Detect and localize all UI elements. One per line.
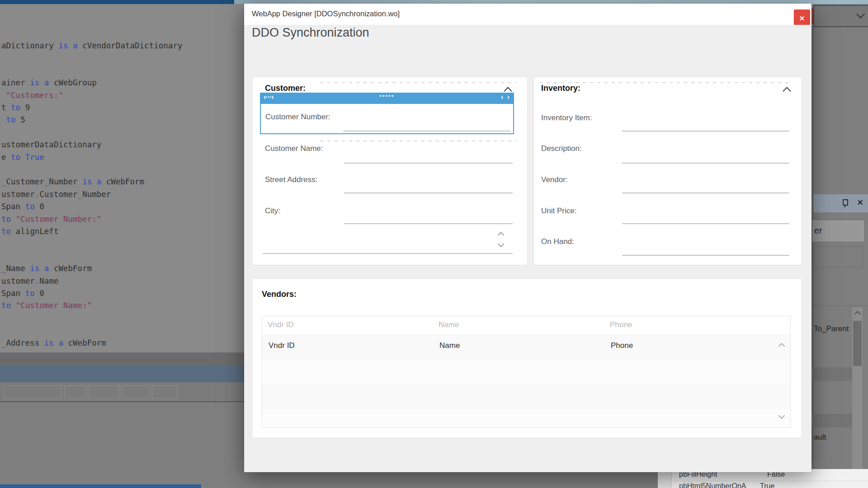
code-line: t to 9 — [1, 102, 30, 114]
code-line: "Customers:" — [1, 89, 63, 102]
property-name[interactable]: pbHtml5NumberOnA — [679, 482, 746, 488]
customer-panel-header: Customer: — [265, 84, 306, 93]
field-label: Description: — [541, 144, 582, 153]
scrollbar-thumb[interactable] — [853, 321, 862, 366]
background-input-field-empty[interactable] — [812, 246, 863, 267]
code-line: aDictionary is a cVendorDataDictionary — [1, 40, 182, 52]
design-grid-dots — [320, 82, 517, 83]
selected-form-element[interactable]: ‹···› ••••• ‹ › Customer Number: — [260, 93, 514, 134]
field-label: Customer Number: — [265, 113, 330, 122]
code-line: ustomer.Customer_Number — [1, 188, 111, 201]
property-grid-top-border — [812, 305, 868, 306]
code-line: ainer is a cWebGroup — [1, 77, 97, 89]
description-input[interactable] — [622, 163, 789, 164]
grid-cell: Name — [439, 341, 460, 350]
code-line: ustomerDataDictionary — [1, 139, 101, 151]
unit-price-input[interactable] — [622, 223, 789, 224]
code-line: _Name is a cWebForm — [1, 263, 92, 275]
city-input[interactable] — [344, 223, 513, 224]
design-grid-dots — [539, 82, 793, 83]
background-input-field[interactable]: er — [812, 220, 865, 242]
code-line: Span to 0 — [1, 287, 44, 300]
toolbar-box — [152, 385, 177, 399]
grid-row-empty[interactable] — [262, 409, 790, 427]
grid-scroll-up-icon[interactable] — [778, 343, 785, 349]
editor-horizontal-scrollbar[interactable] — [0, 352, 246, 365]
toolbar-box — [89, 385, 119, 399]
property-row[interactable]: ault — [814, 433, 826, 442]
code-icon[interactable]: ‹ › — [501, 93, 510, 101]
on-hand-input[interactable] — [622, 255, 789, 256]
background-divider — [0, 401, 246, 402]
grid-row-empty[interactable] — [262, 359, 790, 385]
screen: aDictionary is a cVendorDataDictionaryai… — [0, 0, 868, 488]
inventory-item-input[interactable] — [622, 131, 789, 131]
code-line: to "Customer Name:" — [1, 300, 92, 312]
collapse-chevron-icon[interactable] — [783, 87, 791, 95]
vendors-grid: Vndr ID Name Phone Vndr ID Name Phone — [262, 316, 791, 428]
spinner-down-icon[interactable] — [498, 241, 504, 247]
dialog-titlebar[interactable]: WebApp Designer [DDOSynchronization.wo] … — [244, 4, 811, 25]
street-address-input[interactable] — [344, 192, 513, 193]
toolbar-box — [4, 385, 61, 399]
field-label: Street Address: — [265, 175, 317, 184]
drag-handle-icon[interactable]: ••••• — [260, 93, 514, 99]
selection-toolbar[interactable]: ‹···› ••••• ‹ › — [260, 93, 514, 104]
grid-row[interactable]: Vndr ID Name Phone — [262, 334, 790, 360]
code-line: _Address is a cWebForm — [1, 337, 106, 349]
vendor-input[interactable] — [622, 192, 789, 193]
field-label: Unit Price: — [541, 206, 576, 216]
field-label: Customer Name: — [265, 144, 323, 153]
property-row[interactable]: To_Parent — [814, 324, 849, 333]
property-row-stripe[interactable] — [812, 414, 852, 427]
property-row-stripe[interactable] — [812, 367, 852, 381]
field-label: Vendor: — [541, 175, 568, 184]
grid-col-header[interactable]: Name — [439, 320, 459, 329]
customer-panel: Customer: ‹···› ••••• ‹ › Customer Numbe… — [252, 77, 528, 265]
inventory-panel-header: Inventory: — [541, 84, 580, 93]
vendors-panel-header: Vendors: — [262, 290, 297, 299]
webapp-designer-dialog: WebApp Designer [DDOSynchronization.wo] … — [244, 4, 811, 472]
grid-header-row: Vndr ID Name Phone — [262, 316, 790, 334]
vendors-panel: Vendors: Vndr ID Name Phone Vndr ID Name… — [252, 278, 802, 438]
code-line: ustomer.Name — [1, 275, 58, 287]
property-grid-scrollbar[interactable] — [852, 307, 863, 472]
spinner-up-icon[interactable] — [498, 232, 504, 238]
customer-number-input[interactable] — [343, 131, 510, 131]
code-editor[interactable]: aDictionary is a cVendorDataDictionaryai… — [0, 4, 244, 352]
toolbar-box — [121, 385, 150, 399]
property-row-divider — [673, 481, 868, 481]
code-line: _Customer_Number is a cWebForm — [1, 176, 144, 188]
pin-icon[interactable] — [843, 199, 848, 206]
spinner-input[interactable] — [263, 253, 513, 254]
inventory-panel: Inventory: Inventory Item: Description: … — [533, 77, 802, 265]
scroll-up-icon[interactable] — [854, 311, 861, 317]
background-selected-row[interactable] — [0, 365, 246, 382]
customer-name-input[interactable] — [344, 163, 513, 164]
dock-panel-header: ✕ — [813, 194, 868, 212]
design-grid-dots — [320, 141, 517, 141]
page-title: DDO Synchronization — [252, 26, 369, 40]
field-label: Inventory Item: — [541, 113, 592, 122]
background-combobox[interactable] — [813, 5, 868, 27]
close-panel-icon[interactable]: ✕ — [857, 198, 863, 207]
field-label: City: — [265, 206, 280, 216]
grid-col-header[interactable]: Vndr ID — [268, 320, 294, 329]
dialog-title: WebApp Designer [DDOSynchronization.wo] — [252, 9, 400, 18]
grid-scroll-down-icon[interactable] — [778, 413, 785, 419]
code-line: to alignLeft — [1, 225, 58, 238]
code-line: e to True — [1, 151, 44, 164]
toolbar-box — [64, 385, 87, 399]
grid-col-header[interactable]: Phone — [610, 320, 632, 329]
property-value[interactable]: True — [760, 482, 774, 488]
grid-cell: Vndr ID — [269, 341, 295, 350]
code-line: to 5 — [1, 114, 25, 126]
grid-cell: Phone — [611, 341, 633, 350]
code-line: Span to 0 — [1, 201, 44, 213]
grid-row-empty[interactable] — [262, 384, 790, 409]
code-line: to "Customer Number:" — [1, 213, 101, 225]
background-window-titlebar — [0, 0, 234, 4]
field-label: On Hand: — [541, 237, 574, 246]
background-toolbar-row — [0, 382, 246, 401]
bottom-window-edge — [0, 484, 201, 488]
